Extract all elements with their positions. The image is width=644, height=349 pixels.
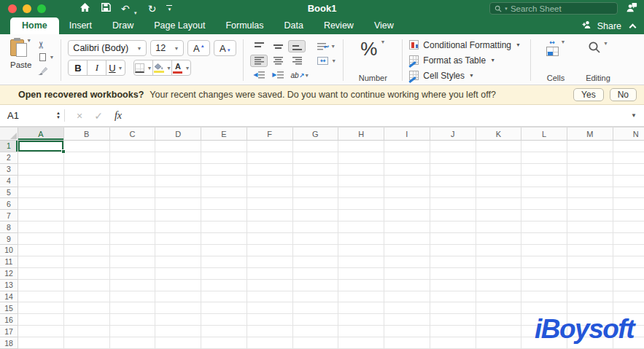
cell-I15[interactable] <box>384 302 430 314</box>
cell-D18[interactable] <box>155 337 201 349</box>
cell-C18[interactable] <box>110 337 156 349</box>
cell-F14[interactable] <box>247 291 293 303</box>
font-color-button[interactable]: A▼ <box>171 60 191 76</box>
cell-L13[interactable] <box>521 280 567 291</box>
cell-N14[interactable] <box>613 291 644 303</box>
cell-F18[interactable] <box>247 337 293 349</box>
cell-L4[interactable] <box>521 176 567 187</box>
cell-D2[interactable] <box>155 152 201 164</box>
cell-M12[interactable] <box>567 268 613 280</box>
cell-K11[interactable] <box>476 256 522 268</box>
cell-D14[interactable] <box>155 291 201 303</box>
row-header-14[interactable]: 14 <box>0 291 18 303</box>
cell-F5[interactable] <box>247 187 293 199</box>
cell-D17[interactable] <box>155 326 201 337</box>
cell-K14[interactable] <box>476 291 522 303</box>
increase-indent-button[interactable]: ▶ <box>269 69 287 82</box>
cell-C5[interactable] <box>110 187 156 199</box>
column-header-A[interactable]: A <box>18 128 64 141</box>
cell-K5[interactable] <box>476 187 522 199</box>
cell-H17[interactable] <box>338 326 384 337</box>
redo-icon[interactable]: ↻ <box>148 4 157 14</box>
cell-N13[interactable] <box>613 280 644 291</box>
cell-H10[interactable] <box>338 245 384 256</box>
cells-caret-icon[interactable]: ▼ <box>561 39 566 44</box>
tab-view[interactable]: View <box>364 17 404 34</box>
underline-caret-icon[interactable]: ▼ <box>118 66 123 71</box>
borders-caret-icon[interactable]: ▼ <box>147 66 152 71</box>
cell-E14[interactable] <box>201 291 247 303</box>
percent-style-button[interactable]: % ▼ <box>360 39 385 58</box>
cell-F13[interactable] <box>247 280 293 291</box>
cell-M14[interactable] <box>567 291 613 303</box>
align-middle-button[interactable] <box>269 40 287 52</box>
cell-J18[interactable] <box>430 337 476 349</box>
font-name-select[interactable]: Calibri (Body)▼ <box>68 40 147 56</box>
row-header-15[interactable]: 15 <box>0 302 18 314</box>
row-header-9[interactable]: 9 <box>0 233 18 245</box>
editing-caret-icon[interactable]: ▼ <box>603 41 608 46</box>
decrease-font-size-button[interactable]: A▼ <box>214 40 236 56</box>
cell-D10[interactable] <box>155 245 201 256</box>
cell-C13[interactable] <box>110 280 156 291</box>
cell-A4[interactable] <box>18 176 64 187</box>
cell-E4[interactable] <box>201 176 247 187</box>
cell-H8[interactable] <box>338 221 384 233</box>
undo-icon[interactable]: ↶ <box>121 4 130 14</box>
editing-button[interactable]: ▼ <box>588 41 608 57</box>
cell-J6[interactable] <box>430 198 476 210</box>
cell-J2[interactable] <box>430 152 476 164</box>
conditional-formatting-button[interactable]: Conditional Formatting ▼ <box>409 39 521 51</box>
row-header-10[interactable]: 10 <box>0 245 18 256</box>
cell-D3[interactable] <box>155 164 201 176</box>
cell-D13[interactable] <box>155 280 201 291</box>
cell-B13[interactable] <box>64 280 110 291</box>
cell-G15[interactable] <box>293 302 339 314</box>
cell-B12[interactable] <box>64 268 110 280</box>
tab-insert[interactable]: Insert <box>59 17 102 34</box>
cell-N15[interactable] <box>613 302 644 314</box>
cell-K4[interactable] <box>476 176 522 187</box>
cell-I12[interactable] <box>384 268 430 280</box>
cell-K1[interactable] <box>476 141 522 152</box>
cell-E16[interactable] <box>201 314 247 326</box>
font-color-caret-icon[interactable]: ▼ <box>185 66 190 71</box>
cell-C12[interactable] <box>110 268 156 280</box>
decrease-indent-button[interactable]: ◀ <box>250 69 268 82</box>
cell-J11[interactable] <box>430 256 476 268</box>
cell-A18[interactable] <box>18 337 64 349</box>
column-header-J[interactable]: J <box>430 128 476 141</box>
orientation-caret-icon[interactable]: ▼ <box>304 73 309 78</box>
search-scope-caret-icon[interactable]: ▼ <box>504 7 508 11</box>
cell-N5[interactable] <box>613 187 644 199</box>
cell-M10[interactable] <box>567 245 613 256</box>
cell-G8[interactable] <box>293 221 339 233</box>
cell-G13[interactable] <box>293 280 339 291</box>
cell-D16[interactable] <box>155 314 201 326</box>
cell-C10[interactable] <box>110 245 156 256</box>
undo-dropdown-caret-icon[interactable]: ▼ <box>133 11 138 15</box>
cell-A11[interactable] <box>18 256 64 268</box>
cell-G2[interactable] <box>293 152 339 164</box>
cell-C7[interactable] <box>110 210 156 221</box>
cell-B2[interactable] <box>64 152 110 164</box>
cell-J10[interactable] <box>430 245 476 256</box>
cell-D11[interactable] <box>155 256 201 268</box>
cell-D9[interactable] <box>155 233 201 245</box>
cell-J13[interactable] <box>430 280 476 291</box>
cell-N9[interactable] <box>613 233 644 245</box>
cell-H14[interactable] <box>338 291 384 303</box>
cell-E12[interactable] <box>201 268 247 280</box>
cell-A3[interactable] <box>18 164 64 176</box>
tab-formulas[interactable]: Formulas <box>215 17 273 34</box>
cell-M15[interactable] <box>567 302 613 314</box>
cell-G4[interactable] <box>293 176 339 187</box>
cell-A5[interactable] <box>18 187 64 199</box>
align-top-button[interactable] <box>250 40 268 52</box>
column-header-N[interactable]: N <box>613 128 644 141</box>
cell-B3[interactable] <box>64 164 110 176</box>
cell-H4[interactable] <box>338 176 384 187</box>
cell-I17[interactable] <box>384 326 430 337</box>
cell-M11[interactable] <box>567 256 613 268</box>
cell-C9[interactable] <box>110 233 156 245</box>
